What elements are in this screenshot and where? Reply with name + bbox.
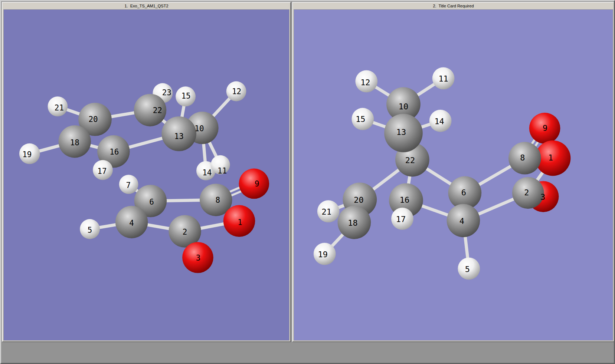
- atom-label-2: 2: [183, 228, 187, 236]
- atom-label-13: 13: [174, 132, 184, 141]
- atom-label-9: 9: [255, 179, 259, 188]
- atom-label-14: 14: [434, 117, 444, 126]
- atom-label-11: 11: [217, 166, 227, 175]
- atom-label-16: 16: [109, 148, 119, 156]
- atom-label-16: 16: [400, 195, 409, 205]
- atom-label-5: 5: [465, 265, 470, 274]
- atom-label-9: 9: [543, 123, 547, 133]
- atom-label-7: 7: [126, 181, 131, 190]
- atom-label-13: 13: [396, 128, 406, 137]
- molecule-viewport-1[interactable]: 2123151220221819101316171411981674523: [3, 9, 289, 341]
- atom-label-5: 5: [88, 226, 92, 235]
- atom-label-1: 1: [238, 218, 242, 227]
- molecule-canvas-2[interactable]: 1211151410221391832621201819161745: [294, 10, 613, 340]
- atom-label-22: 22: [405, 156, 415, 165]
- atom-label-11: 11: [438, 74, 448, 83]
- molecule-window-1: 1. Exo_TS_AM1_QST2 212315122022181910131…: [2, 2, 291, 342]
- atom-label-18: 18: [70, 138, 79, 147]
- atom-label-22: 22: [153, 106, 162, 115]
- atom-label-21: 21: [55, 103, 64, 112]
- window-1-title: 1. Exo_TS_AM1_QST2: [125, 4, 169, 8]
- atom-label-4: 4: [459, 216, 464, 226]
- atom-oxygen-9[interactable]: [239, 169, 269, 199]
- atom-label-14: 14: [202, 168, 212, 177]
- atom-label-8: 8: [215, 196, 220, 205]
- atom-label-23: 23: [162, 88, 171, 97]
- atom-label-4: 4: [129, 219, 134, 228]
- atom-label-17: 17: [396, 215, 406, 224]
- atom-label-12: 12: [360, 78, 370, 87]
- atom-label-19: 19: [22, 150, 32, 159]
- atom-label-3: 3: [540, 192, 545, 202]
- atom-label-15: 15: [181, 92, 190, 100]
- atom-label-10: 10: [399, 102, 408, 111]
- atom-label-1: 1: [548, 153, 553, 162]
- atom-label-20: 20: [88, 115, 98, 124]
- window-2-title: 2. Title Card Required: [433, 4, 474, 8]
- window-1-titlebar[interactable]: 1. Exo_TS_AM1_QST2: [3, 3, 290, 9]
- atom-label-10: 10: [194, 124, 204, 133]
- atom-label-2: 2: [524, 188, 529, 197]
- atom-label-19: 19: [318, 250, 328, 259]
- window-2-titlebar[interactable]: 2. Title Card Required: [293, 3, 614, 9]
- atom-label-8: 8: [520, 153, 525, 162]
- atom-label-3: 3: [196, 254, 201, 262]
- atom-label-6: 6: [149, 198, 154, 206]
- atom-label-17: 17: [97, 167, 107, 176]
- atom-label-20: 20: [354, 195, 363, 205]
- atom-label-21: 21: [321, 207, 331, 216]
- molecule-window-2: 2. Title Card Required 12111514102213918…: [292, 2, 615, 342]
- atom-label-12: 12: [232, 87, 241, 96]
- molecule-canvas-1[interactable]: 2123151220221819101316171411981674523: [4, 10, 289, 340]
- atom-label-18: 18: [348, 218, 357, 228]
- desktop: 1. Exo_TS_AM1_QST2 212315122022181910131…: [0, 0, 615, 364]
- atom-label-15: 15: [356, 115, 365, 124]
- molecule-viewport-2[interactable]: 1211151410221391832621201819161745: [294, 9, 613, 341]
- atom-label-6: 6: [461, 188, 466, 197]
